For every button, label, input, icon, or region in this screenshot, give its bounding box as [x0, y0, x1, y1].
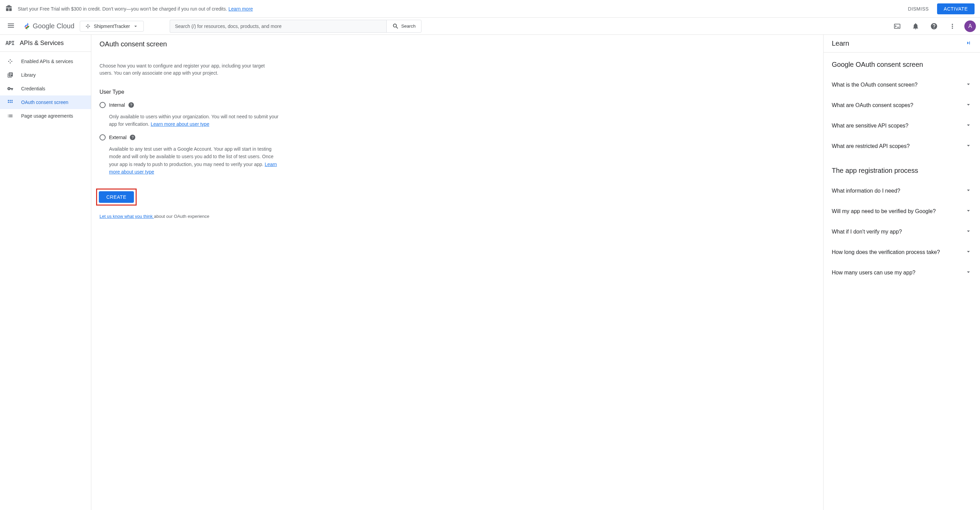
sidebar-item-label: Page usage agreements: [21, 113, 73, 119]
main-content: OAuth consent screen Choose how you want…: [91, 35, 823, 510]
feedback-text: Let us know what you think about our OAu…: [100, 214, 815, 219]
help-icon-external[interactable]: ?: [130, 135, 135, 140]
chevron-down-icon: [965, 269, 972, 277]
cloud-shell-icon[interactable]: [891, 20, 904, 33]
chevron-down-icon: [965, 101, 972, 110]
sidebar-header[interactable]: API APIs & Services: [0, 35, 91, 52]
accordion-sensitive-scopes[interactable]: What are sensitive API scopes?: [832, 116, 972, 136]
svg-point-6: [11, 61, 12, 62]
enabled-apis-icon: [7, 58, 14, 65]
chevron-down-icon: [965, 142, 972, 150]
page-description: Choose how you want to configure and reg…: [100, 62, 277, 77]
help-icon-internal[interactable]: ?: [129, 102, 134, 108]
radio-internal-label: Internal: [109, 102, 125, 108]
svg-rect-10: [10, 100, 11, 101]
accordion-dont-verify[interactable]: What if I don't verify my app?: [832, 222, 972, 242]
oauth-consent-icon: [7, 99, 14, 106]
sidebar-item-label: Enabled APIs & services: [21, 59, 73, 64]
svg-rect-8: [8, 100, 9, 101]
dropdown-icon: [132, 23, 139, 29]
dismiss-button[interactable]: DISMISS: [904, 3, 933, 14]
accordion-how-many-users[interactable]: How many users can use my app?: [832, 263, 972, 283]
radio-external-label: External: [109, 135, 126, 140]
accordion-restricted-scopes[interactable]: What are restricted API scopes?: [832, 136, 972, 156]
sidebar-item-oauth-consent[interactable]: OAuth consent screen: [0, 96, 91, 109]
search-input[interactable]: [170, 20, 387, 33]
notifications-icon[interactable]: [909, 20, 922, 33]
page-title: OAuth consent screen: [100, 40, 815, 48]
accordion-info-needed[interactable]: What information do I need?: [832, 181, 972, 201]
more-options-icon[interactable]: [946, 20, 959, 33]
external-description: Available to any test user with a Google…: [109, 145, 283, 176]
sidebar-item-label: Library: [21, 72, 36, 78]
activate-button[interactable]: ACTIVATE: [937, 3, 975, 14]
svg-rect-11: [11, 100, 13, 101]
project-name: ShipmentTracker: [94, 24, 130, 29]
svg-point-4: [10, 59, 11, 61]
help-icon[interactable]: [928, 20, 940, 33]
sidebar-item-library[interactable]: Library: [0, 68, 91, 82]
sidebar-item-label: Credentials: [21, 86, 45, 91]
sidebar-item-credentials[interactable]: Credentials: [0, 82, 91, 96]
sidebar-title: APIs & Services: [20, 40, 64, 47]
svg-rect-9: [8, 102, 9, 103]
google-cloud-logo[interactable]: Google Cloud: [23, 22, 74, 30]
learn-section1-title: Google OAuth consent screen: [832, 61, 972, 69]
internal-description: Only available to users within your orga…: [109, 113, 283, 128]
svg-rect-12: [10, 102, 11, 103]
chevron-down-icon: [965, 207, 972, 215]
feedback-link[interactable]: Let us know what you think: [100, 214, 154, 219]
page-usage-icon: [7, 113, 14, 120]
project-selector[interactable]: ShipmentTracker: [80, 21, 144, 32]
learn-section2-title: The app registration process: [832, 167, 972, 175]
credentials-icon: [7, 85, 14, 92]
svg-point-7: [10, 62, 11, 64]
sidebar-item-page-usage[interactable]: Page usage agreements: [0, 109, 91, 123]
trial-learn-more-link[interactable]: Learn more: [229, 6, 253, 11]
search-button[interactable]: Search: [387, 20, 421, 33]
sidebar-item-label: OAuth consent screen: [21, 100, 68, 105]
chevron-down-icon: [965, 248, 972, 257]
top-bar: Google Cloud ShipmentTracker Search A: [0, 18, 980, 35]
accordion-oauth-consent-screen[interactable]: What is the OAuth consent screen?: [832, 75, 972, 95]
radio-internal[interactable]: [100, 102, 106, 108]
chevron-down-icon: [965, 81, 972, 89]
gift-icon: [5, 5, 12, 13]
accordion-consent-scopes[interactable]: What are OAuth consent scopes?: [832, 95, 972, 116]
sidebar: API APIs & Services Enabled APIs & servi…: [0, 35, 91, 510]
radio-external[interactable]: [100, 134, 106, 140]
user-type-title: User Type: [100, 89, 815, 95]
trial-banner-text: Start your Free Trial with $300 in credi…: [18, 6, 904, 11]
accordion-verification-time[interactable]: How long does the verification process t…: [832, 242, 972, 263]
avatar[interactable]: A: [964, 21, 976, 32]
chevron-down-icon: [965, 122, 972, 130]
chevron-down-icon: [965, 187, 972, 195]
library-icon: [7, 72, 14, 78]
create-button-highlight: CREATE: [96, 188, 137, 206]
trial-banner: Start your Free Trial with $300 in credi…: [0, 0, 980, 18]
sidebar-item-enabled-apis[interactable]: Enabled APIs & services: [0, 54, 91, 68]
chevron-down-icon: [965, 228, 972, 236]
accordion-verified-google[interactable]: Will my app need to be verified by Googl…: [832, 201, 972, 222]
hamburger-menu-icon[interactable]: [4, 19, 18, 33]
search-icon: [392, 23, 399, 30]
learn-more-internal-link[interactable]: Learn more about user type: [151, 121, 209, 127]
api-badge-icon: API: [5, 40, 14, 46]
svg-point-5: [8, 61, 9, 62]
create-button[interactable]: CREATE: [99, 191, 134, 203]
svg-rect-13: [11, 102, 13, 103]
learn-panel: Learn Google OAuth consent screen What i…: [823, 35, 980, 510]
learn-panel-title: Learn: [832, 40, 849, 48]
collapse-panel-icon[interactable]: [965, 40, 972, 48]
project-icon: [85, 23, 91, 29]
